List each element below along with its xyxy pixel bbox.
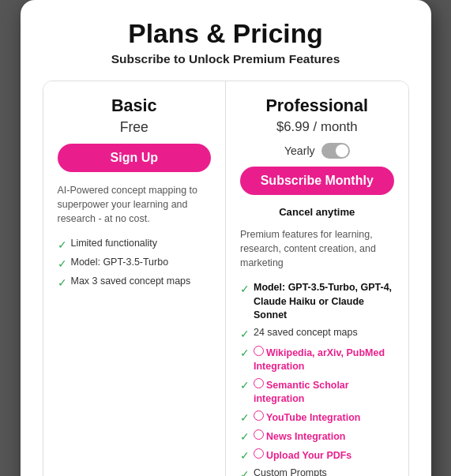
list-item: ✓ Limited functionality: [58, 235, 212, 254]
circle-icon: [254, 346, 264, 356]
basic-feature-list: ✓ Limited functionality ✓ Model: GPT-3.5…: [58, 235, 212, 292]
list-item: ✓ Semantic Scholar integration: [240, 376, 394, 408]
list-item: ✓ Model: GPT-3.5-Turbo, GPT-4, Claude Ha…: [240, 279, 394, 324]
subscribe-button[interactable]: Subscribe Monthly: [240, 167, 394, 195]
list-item: ✓ Max 3 saved concept maps: [58, 273, 212, 292]
check-icon: ✓: [240, 429, 250, 444]
list-item: ✓ Upload Your PDFs: [240, 446, 394, 465]
professional-plan: Professional $6.99 / month Yearly Subscr…: [226, 81, 408, 476]
feature-text: Wikipedia, arXiv, PubMed Integration: [254, 345, 394, 374]
check-icon: ✓: [240, 327, 250, 342]
toggle-label: Yearly: [284, 144, 315, 157]
check-icon: ✓: [240, 282, 250, 297]
circle-icon: [254, 378, 264, 388]
check-icon: ✓: [58, 275, 67, 290]
list-item: ✓ Model: GPT-3.5-Turbo: [58, 254, 212, 273]
circle-icon: [254, 448, 264, 459]
pro-plan-price: $6.99 / month: [240, 119, 394, 135]
plans-row: Basic Free Sign Up AI-Powered concept ma…: [43, 81, 409, 476]
list-item: ✓ Custom Prompts: [240, 465, 394, 476]
feature-text: Model: GPT-3.5-Turbo, GPT-4, Claude Haik…: [254, 281, 394, 322]
pro-plan-name: Professional: [240, 96, 394, 116]
feature-text: News Integration: [254, 429, 345, 444]
check-icon: ✓: [240, 378, 250, 393]
feature-text: Max 3 saved concept maps: [71, 275, 191, 288]
list-item: ✓ 24 saved concept maps: [240, 324, 394, 343]
list-item: ✓ News Integration: [240, 427, 394, 446]
toggle-row: Yearly: [240, 143, 394, 159]
list-item: ✓ YouTube Integration: [240, 408, 394, 427]
feature-text: Upload Your PDFs: [254, 448, 351, 463]
feature-text: Semantic Scholar integration: [254, 377, 394, 407]
basic-plan-desc: AI-Powered concept mapping to superpower…: [58, 183, 212, 226]
list-item: ✓ Wikipedia, arXiv, PubMed Integration: [240, 343, 394, 376]
feature-text: Custom Prompts: [254, 467, 327, 476]
check-icon: ✓: [240, 467, 250, 476]
page-subtitle: Subscribe to Unlock Premium Features: [43, 52, 409, 66]
pro-plan-desc: Premium features for learning, research,…: [240, 227, 394, 270]
yearly-toggle[interactable]: [321, 143, 350, 159]
signup-button[interactable]: Sign Up: [58, 144, 212, 172]
feature-text: Limited functionality: [71, 237, 158, 250]
check-icon: ✓: [58, 238, 67, 253]
check-icon: ✓: [240, 410, 250, 425]
check-icon: ✓: [240, 346, 250, 361]
circle-icon: [254, 410, 264, 421]
basic-plan-name: Basic: [58, 96, 212, 116]
page-title: Plans & Pricing: [43, 19, 409, 49]
feature-text: Model: GPT-3.5-Turbo: [71, 256, 169, 269]
check-icon: ✓: [58, 257, 67, 272]
feature-text: 24 saved concept maps: [254, 326, 358, 339]
basic-plan-price: Free: [58, 119, 212, 136]
check-icon: ✓: [240, 448, 250, 463]
cancel-anytime: Cancel anytime: [240, 206, 394, 218]
circle-icon: [254, 429, 264, 440]
basic-plan: Basic Free Sign Up AI-Powered concept ma…: [43, 81, 227, 476]
feature-text: YouTube Integration: [254, 410, 360, 425]
pricing-card: Plans & Pricing Subscribe to Unlock Prem…: [21, 0, 431, 476]
pro-feature-list: ✓ Model: GPT-3.5-Turbo, GPT-4, Claude Ha…: [240, 279, 394, 476]
